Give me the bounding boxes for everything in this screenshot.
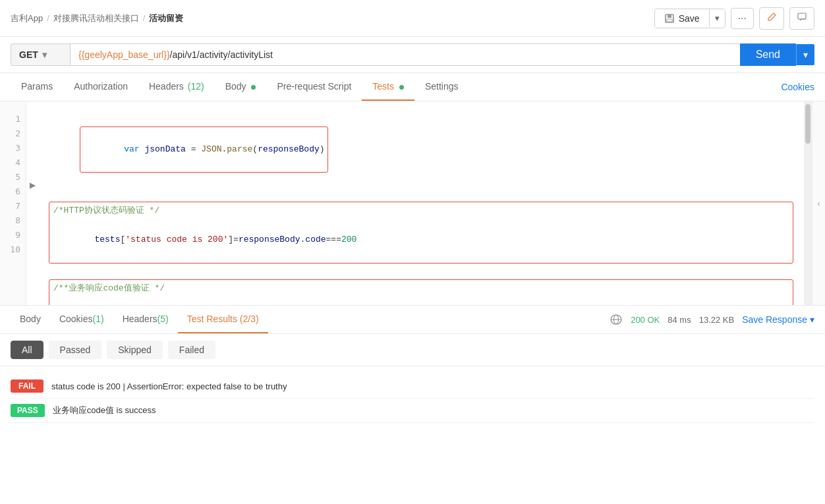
resp-tab-headers[interactable]: Headers(5) bbox=[113, 306, 178, 333]
code-line-2 bbox=[49, 187, 793, 202]
save-dropdown-button[interactable]: ▾ bbox=[709, 9, 725, 27]
code-line-1: var jsonData = JSON.parse(responseBody) bbox=[49, 112, 793, 187]
more-options-button[interactable]: ··· bbox=[731, 8, 754, 29]
breadcrumb-current: 活动留资 bbox=[149, 13, 183, 24]
collapse-panel-button[interactable]: ‹ bbox=[812, 101, 825, 305]
resp-tab-body[interactable]: Body bbox=[11, 306, 50, 333]
test-results-list: FAIL status code is 200 | AssertionError… bbox=[0, 366, 825, 431]
fail-badge: FAIL bbox=[11, 379, 43, 393]
tab-body[interactable]: Body bbox=[215, 73, 267, 101]
edit-icon bbox=[766, 12, 777, 22]
tab-headers[interactable]: Headers (12) bbox=[138, 73, 215, 101]
test-result-row: PASS 业务响应code值 is success bbox=[11, 399, 814, 423]
save-icon bbox=[664, 13, 675, 24]
breadcrumb: 吉利App / 对接腾讯活动相关接口 / 活动留资 bbox=[11, 13, 183, 24]
scrollbar-thumb[interactable] bbox=[805, 104, 811, 144]
code-line-6: /**业务响应code值验证 */ bbox=[53, 281, 789, 296]
save-button[interactable]: Save bbox=[655, 9, 709, 28]
fail-message: status code is 200 | AssertionError: exp… bbox=[51, 381, 287, 391]
cookies-link[interactable]: Cookies bbox=[781, 74, 814, 100]
send-button[interactable]: Send bbox=[740, 43, 796, 66]
send-dropdown-button[interactable]: ▾ bbox=[796, 44, 814, 65]
tab-params[interactable]: Params bbox=[11, 73, 63, 101]
method-select[interactable]: GET ▾ bbox=[11, 43, 70, 66]
pass-badge: PASS bbox=[11, 404, 45, 417]
svg-rect-2 bbox=[667, 19, 672, 22]
top-actions: Save ▾ ··· bbox=[654, 7, 814, 30]
top-bar: 吉利App / 对接腾讯活动相关接口 / 活动留资 Save ▾ ··· bbox=[0, 0, 825, 37]
comment-icon bbox=[797, 12, 807, 22]
test-filter-tabs: All Passed Skipped Failed bbox=[0, 334, 825, 366]
breadcrumb-app[interactable]: 吉利App bbox=[11, 13, 43, 24]
filter-passed[interactable]: Passed bbox=[49, 341, 102, 359]
url-input[interactable]: {{geelyApp_base_url}}/api/v1/activity/ac… bbox=[70, 43, 740, 66]
cursor-icon: ▶ bbox=[30, 181, 36, 190]
scrollbar-track[interactable] bbox=[804, 101, 812, 305]
url-path: /api/v1/activity/activityList bbox=[170, 49, 273, 60]
pass-message: 业务响应code值 is success bbox=[53, 405, 156, 416]
tab-settings[interactable]: Settings bbox=[414, 73, 469, 101]
tab-authorization[interactable]: Authorization bbox=[63, 73, 138, 101]
filter-skipped[interactable]: Skipped bbox=[107, 341, 163, 359]
response-status: 200 OK bbox=[631, 315, 660, 325]
filter-failed[interactable]: Failed bbox=[168, 341, 215, 359]
resp-tab-cookies[interactable]: Cookies(1) bbox=[50, 306, 113, 333]
tab-pre-request[interactable]: Pre-request Script bbox=[266, 73, 362, 101]
code-line-4: tests['status code is 200']=responseBody… bbox=[53, 218, 789, 262]
edit-button[interactable] bbox=[759, 7, 784, 30]
comment-button[interactable] bbox=[789, 7, 814, 30]
code-line-7: tests['业务响应code值 is success']=jsonData.c… bbox=[53, 296, 789, 305]
save-button-group: Save ▾ bbox=[654, 9, 725, 28]
tab-tests[interactable]: Tests bbox=[362, 73, 414, 101]
breadcrumb-sep1: / bbox=[47, 13, 49, 23]
cursor-area: ▶ bbox=[26, 101, 38, 305]
body-dot bbox=[251, 85, 256, 90]
tests-dot bbox=[399, 85, 404, 90]
code-content[interactable]: var jsonData = JSON.parse(responseBody) … bbox=[38, 101, 804, 305]
resp-tab-test-results[interactable]: Test Results (2/3) bbox=[178, 306, 268, 333]
response-tabs-bar: Body Cookies(1) Headers(5) Test Results … bbox=[0, 306, 825, 334]
send-button-group: Send ▾ bbox=[740, 43, 814, 66]
filter-all[interactable]: All bbox=[11, 341, 43, 359]
url-variable: {{geelyApp_base_url}} bbox=[78, 49, 170, 60]
request-tabs: Params Authorization Headers (12) Body P… bbox=[0, 73, 825, 101]
url-bar: GET ▾ {{geelyApp_base_url}}/api/v1/activ… bbox=[0, 37, 825, 73]
line-numbers: 12345 678910 bbox=[0, 101, 26, 305]
code-line-3: /*HTTP协议状态码验证 */ bbox=[53, 204, 789, 218]
svg-rect-1 bbox=[668, 14, 671, 18]
code-editor: 12345 678910 ▶ var jsonData = JSON.parse… bbox=[0, 101, 825, 306]
response-meta: 200 OK 84 ms 13.22 KB Save Response ▾ bbox=[610, 314, 814, 325]
test-result-row: FAIL status code is 200 | AssertionError… bbox=[11, 374, 814, 399]
save-response-chevron-icon: ▾ bbox=[810, 314, 814, 325]
globe-icon bbox=[610, 314, 623, 325]
save-response-button[interactable]: Save Response ▾ bbox=[742, 314, 814, 325]
svg-rect-3 bbox=[798, 13, 806, 19]
code-line-5 bbox=[49, 265, 793, 279]
response-size: 13.22 KB bbox=[699, 315, 735, 325]
method-chevron-icon: ▾ bbox=[42, 49, 47, 60]
breadcrumb-sep2: / bbox=[143, 13, 146, 23]
breadcrumb-interface[interactable]: 对接腾讯活动相关接口 bbox=[53, 13, 139, 24]
response-time: 84 ms bbox=[668, 315, 691, 325]
